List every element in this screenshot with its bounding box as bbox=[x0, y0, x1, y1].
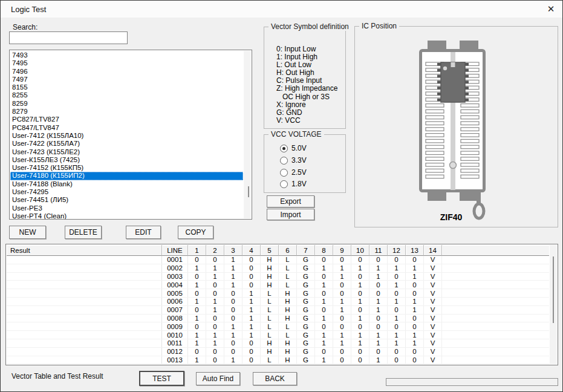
vector-cell: 1 bbox=[188, 281, 206, 289]
import-button[interactable]: Import bbox=[267, 209, 314, 220]
result-cell bbox=[7, 322, 162, 330]
vector-table-row[interactable]: 00090011LLG000000V bbox=[7, 322, 549, 331]
device-list-item[interactable]: 8279 bbox=[10, 108, 243, 116]
vector-cell: 0 bbox=[388, 356, 406, 364]
device-list-item[interactable]: User-К155ЛЕ3 (7425) bbox=[10, 156, 243, 164]
vector-cell: 1 bbox=[369, 331, 388, 339]
device-list-item[interactable]: 8259 bbox=[10, 100, 243, 108]
vector-cell: 1 bbox=[406, 331, 424, 339]
vector-table-row[interactable]: 00061101LHG111111V bbox=[7, 298, 549, 306]
device-list-item[interactable]: User-7423 (К155ЛЕ2) bbox=[10, 148, 243, 156]
vector-cell: G bbox=[297, 348, 315, 356]
pin-column-header: 3 bbox=[224, 245, 242, 256]
new-button[interactable]: NEW bbox=[9, 226, 46, 239]
close-icon[interactable]: ✕ bbox=[543, 2, 559, 16]
vcc-option-3.3v[interactable]: 3.3V bbox=[280, 156, 307, 165]
vector-cell: 0 bbox=[224, 315, 242, 322]
vector-cell: H bbox=[279, 356, 297, 364]
search-input[interactable] bbox=[9, 31, 128, 44]
vector-cell: 0 bbox=[188, 256, 206, 264]
vector-cell: 1 bbox=[188, 298, 206, 305]
vector-table-scroll-thumb[interactable] bbox=[553, 256, 554, 323]
vector-cell: 0 bbox=[206, 315, 224, 322]
device-list-item[interactable]: 7496 bbox=[10, 68, 243, 76]
device-list-item[interactable]: 7497 bbox=[10, 76, 243, 83]
vector-cell: G bbox=[297, 273, 315, 281]
radio-icon[interactable] bbox=[280, 169, 288, 177]
vector-cell: 0 bbox=[188, 306, 206, 314]
device-list-item[interactable]: User-74180 (К155ИП2) bbox=[10, 172, 243, 180]
delete-button[interactable]: DELETE bbox=[65, 226, 102, 239]
header-filler bbox=[442, 245, 549, 256]
vcc-voltage-group-title: VCC VOLTAGE bbox=[268, 130, 324, 139]
vector-table-row[interactable]: 00021110HLG111111V bbox=[7, 264, 549, 273]
device-list-scroll-thumb[interactable] bbox=[248, 186, 249, 197]
vector-cell: 1 bbox=[351, 281, 369, 289]
device-list-item[interactable]: User-PT4 (Clean) bbox=[10, 212, 243, 220]
vector-cell: 0 bbox=[406, 356, 424, 364]
vector-table-row[interactable]: 00081001LHG101010V bbox=[7, 315, 549, 323]
vector-table-row[interactable]: 00101111LLG111111V bbox=[7, 331, 549, 339]
radio-icon[interactable] bbox=[280, 157, 288, 165]
radio-icon[interactable] bbox=[280, 180, 288, 188]
vcc-option-5.0v[interactable]: 5.0V bbox=[280, 144, 307, 152]
vector-table-row[interactable]: 00050001LHG000000V bbox=[7, 289, 549, 298]
vector-cell: V bbox=[424, 256, 442, 264]
vector-table-row[interactable]: 00070101LHG010101V bbox=[7, 306, 549, 315]
vector-cell: H bbox=[279, 306, 297, 314]
device-list-item[interactable]: User-74451 (ЛИ5) bbox=[10, 196, 243, 204]
vector-cell: 1 bbox=[224, 331, 242, 339]
device-list-item[interactable]: 8255 bbox=[10, 91, 243, 99]
vector-cell: 0 bbox=[224, 306, 242, 314]
back-button[interactable]: BACK bbox=[253, 372, 297, 385]
vector-cell: 0 bbox=[369, 281, 388, 289]
edit-button[interactable]: EDIT bbox=[126, 226, 161, 239]
row-filler bbox=[442, 322, 549, 330]
device-list-item[interactable]: PC847/LTV847 bbox=[10, 124, 243, 132]
vector-table-row[interactable]: 00111100HHG111111V bbox=[7, 339, 549, 348]
radio-selected-icon[interactable] bbox=[280, 145, 288, 152]
vector-cell: V bbox=[424, 289, 442, 297]
auto-find-button[interactable]: Auto Find bbox=[196, 372, 240, 385]
vector-cell: V bbox=[424, 264, 442, 272]
export-button[interactable]: Export bbox=[267, 195, 314, 207]
vector-cell: 0 bbox=[242, 264, 261, 272]
line-cell: 0009 bbox=[162, 322, 188, 330]
vector-table-row[interactable]: 00030110HLG010101V bbox=[7, 273, 549, 281]
vector-cell: L bbox=[261, 306, 279, 314]
row-filler bbox=[442, 281, 549, 289]
vector-cell: V bbox=[424, 273, 442, 281]
vector-cell: 0 bbox=[351, 289, 369, 297]
vector-cell: 0 bbox=[351, 273, 369, 281]
test-button[interactable]: TEST bbox=[139, 371, 184, 386]
row-filler bbox=[442, 298, 549, 305]
pin-column-header: 10 bbox=[351, 245, 369, 256]
pin-column-header: 1 bbox=[188, 245, 206, 256]
vector-table-row[interactable]: 00010010HLG000000V bbox=[7, 256, 549, 264]
device-list-item[interactable]: User-7422 (К155ЛА7) bbox=[10, 140, 243, 148]
vector-table-row[interactable]: 00041010HLG101010V bbox=[7, 281, 549, 289]
result-cell bbox=[7, 348, 162, 356]
progress-bar bbox=[386, 378, 558, 386]
vcc-option-2.5v[interactable]: 2.5V bbox=[280, 168, 307, 177]
device-list-item[interactable]: User-74295 bbox=[10, 188, 243, 196]
device-list-item[interactable]: 7493 bbox=[10, 51, 243, 59]
vector-cell: 0 bbox=[242, 348, 261, 356]
vector-cell: 0 bbox=[206, 356, 224, 364]
device-list-scrollbar[interactable] bbox=[244, 51, 251, 218]
device-list-item[interactable]: 7495 bbox=[10, 59, 243, 67]
result-cell bbox=[7, 298, 162, 305]
vcc-option-1.8v[interactable]: 1.8V bbox=[280, 180, 307, 188]
device-list-item[interactable]: User-PE3 bbox=[10, 204, 243, 212]
vector-cell: 1 bbox=[351, 331, 369, 339]
vector-table-scrollbar[interactable] bbox=[550, 245, 557, 364]
vector-table-row[interactable]: 00120000HHG000000V bbox=[7, 348, 549, 356]
device-list-item[interactable]: 8155 bbox=[10, 83, 243, 91]
device-list-item[interactable]: PC827/LTV827 bbox=[10, 116, 243, 123]
device-list-item[interactable]: User-7412 (К155ЛА10) bbox=[10, 132, 243, 140]
device-list-item[interactable]: User-74188 (Blank) bbox=[10, 180, 243, 188]
device-list-item[interactable]: User-74152 (К155КП5) bbox=[10, 164, 243, 172]
vector-table-row[interactable]: 00131010LHG100100V bbox=[7, 356, 549, 365]
copy-button[interactable]: COPY bbox=[178, 226, 213, 239]
pin-column-header: 7 bbox=[297, 245, 315, 256]
